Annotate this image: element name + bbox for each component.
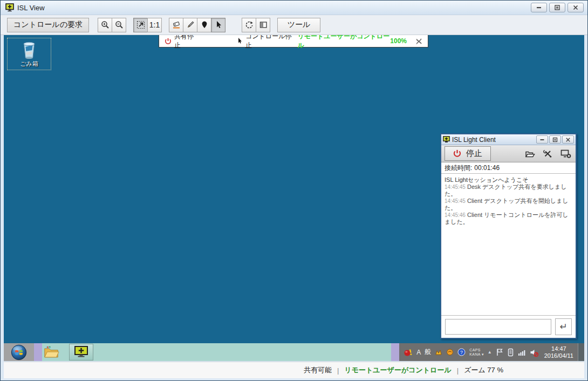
recycle-bin[interactable]: ごみ箱 xyxy=(7,38,51,70)
explorer-taskbar-button[interactable] xyxy=(43,345,59,359)
zoom-status: ズーム 77 % xyxy=(464,365,503,375)
tools-settings-button[interactable] xyxy=(543,149,552,158)
power-icon xyxy=(453,149,461,158)
remote-desktop[interactable]: 共有停止 コントロール停止 リモートユーザーがコントロール 100% ごみ箱 xyxy=(4,35,584,361)
cursor-icon xyxy=(214,21,223,29)
titlebar: ISL View xyxy=(1,1,587,15)
isl-tray-icon[interactable] xyxy=(404,348,413,357)
client-toolbar: 停止 xyxy=(441,145,576,162)
window-title: ISL View xyxy=(17,4,45,12)
taskbar-buttons xyxy=(42,343,391,361)
ime-input-mode[interactable]: A xyxy=(416,349,421,356)
zoom-in-icon xyxy=(101,21,110,29)
windows-start-icon xyxy=(11,344,27,360)
taskbar-divider xyxy=(391,343,399,361)
client-app-icon xyxy=(443,136,450,143)
zoom-out-icon xyxy=(115,21,124,29)
app-icon xyxy=(5,3,14,12)
power-icon xyxy=(165,38,172,45)
client-maximize-button[interactable] xyxy=(549,135,561,144)
one-to-one-button[interactable]: 1:1 xyxy=(147,18,162,32)
show-desktop-button[interactable] xyxy=(578,343,584,361)
enter-icon: ↵ xyxy=(559,321,567,332)
ime-conversion-mode[interactable]: 般 xyxy=(425,348,431,357)
log-line: 14:45:45Desk デスクトップ共有を要求しました。 xyxy=(445,183,572,198)
clock-time: 14:47 xyxy=(544,345,573,352)
client-titlebar: ISL Light Client xyxy=(441,134,576,145)
clock[interactable]: 14:47 2016/04/11 xyxy=(542,345,573,359)
fit-to-window-icon xyxy=(136,21,145,29)
folder-icon xyxy=(525,149,535,158)
minimize-button[interactable] xyxy=(531,3,547,12)
connection-time: 接続時間: 00:01:46 xyxy=(441,162,576,174)
recycle-bin-label: ごみ箱 xyxy=(20,60,38,68)
disconnect-monitor-icon xyxy=(560,149,571,158)
remote-control-status: リモートユーザーがコントロール xyxy=(297,35,390,50)
remote-control-status: リモートユーザーがコントロール xyxy=(344,365,451,375)
pencil-icon xyxy=(186,21,195,29)
ime-dictionary-icon[interactable] xyxy=(446,349,454,356)
isl-view-window: ISL View コントロールの要求 xyxy=(0,0,588,381)
client-window-title: ISL Light Client xyxy=(452,136,496,144)
log-line: ISL Lightセッションへようこそ xyxy=(445,176,572,183)
main-toolbar: コントロールの要求 1:1 xyxy=(1,15,587,35)
tools-button[interactable]: ツール xyxy=(277,18,320,32)
marker-pin-icon xyxy=(200,21,209,29)
monitor-select-button[interactable] xyxy=(256,18,270,32)
client-minimize-button[interactable] xyxy=(536,135,548,144)
zoom-in-button[interactable] xyxy=(98,18,112,32)
client-close-button[interactable] xyxy=(562,135,574,144)
device-icon[interactable] xyxy=(507,348,514,357)
volume-muted-icon[interactable] xyxy=(530,348,538,357)
eraser-button[interactable] xyxy=(169,18,183,32)
refresh-button[interactable] xyxy=(242,18,256,32)
cursor-button[interactable] xyxy=(211,18,225,32)
stop-sharing-button[interactable]: 共有停止 xyxy=(174,35,199,50)
explorer-folder-icon xyxy=(43,345,59,359)
isl-app-icon xyxy=(74,346,88,358)
zoom-level: 100% xyxy=(390,37,407,45)
pin-icon[interactable] xyxy=(415,38,422,45)
maximize-button[interactable] xyxy=(549,3,565,12)
tools-icon xyxy=(543,149,552,158)
fit-to-window-button[interactable] xyxy=(133,18,148,32)
chat-input[interactable] xyxy=(445,319,551,335)
keyboard-state-indicator[interactable]: CAPS KANA ▾ xyxy=(469,348,484,357)
start-button[interactable] xyxy=(4,343,34,361)
clock-date: 2016/04/11 xyxy=(544,352,573,359)
pencil-button[interactable] xyxy=(183,18,197,32)
send-button[interactable]: ↵ xyxy=(555,318,572,335)
marker-button[interactable] xyxy=(197,18,211,32)
kana-chevron-icon: ▾ xyxy=(482,352,484,356)
eraser-icon xyxy=(172,21,181,29)
system-tray: A 般 ? CAPS KANA ▾ ▲ xyxy=(399,343,578,361)
close-button[interactable] xyxy=(568,3,584,12)
ime-help-icon[interactable]: ? xyxy=(457,348,466,356)
monitor-icon xyxy=(259,21,268,29)
session-log: ISL Lightセッションへようこそ 14:45:45Desk デスクトップ共… xyxy=(441,174,576,315)
cursor-small-icon xyxy=(237,38,243,44)
remote-taskbar: A 般 ? CAPS KANA ▾ ▲ xyxy=(4,343,584,361)
isl-taskbar-button[interactable] xyxy=(69,344,93,360)
session-notification-bar: 共有停止 コントロール停止 リモートユーザーがコントロール 100% xyxy=(159,35,428,47)
isl-light-client-window: ISL Light Client 停止 xyxy=(440,133,577,339)
stop-session-button[interactable]: 停止 xyxy=(445,146,491,161)
chat-bar: ↵ xyxy=(441,315,576,338)
log-line: 14:45:46Client リモートコントロールを許可しました。 xyxy=(445,212,572,226)
refresh-icon xyxy=(245,21,254,29)
recycle-bin-icon xyxy=(21,40,37,59)
disconnect-button[interactable] xyxy=(560,149,571,158)
action-center-flag-icon[interactable] xyxy=(496,348,503,356)
log-line: 14:45:45Client デスクトップ共有を開始しました。 xyxy=(445,198,572,212)
tray-overflow-button[interactable]: ▲ xyxy=(488,350,492,355)
request-control-button[interactable]: コントロールの要求 xyxy=(7,18,89,32)
share-status: 共有可能 xyxy=(304,365,332,375)
file-transfer-button[interactable] xyxy=(525,149,535,158)
zoom-out-button[interactable] xyxy=(112,18,126,32)
stop-control-button[interactable]: コントロール停止 xyxy=(245,35,295,50)
network-signal-icon[interactable] xyxy=(518,349,526,356)
svg-text:?: ? xyxy=(460,350,463,355)
ime-pad-icon[interactable] xyxy=(435,349,442,356)
taskbar-divider xyxy=(34,343,42,361)
status-bar: 共有可能 | リモートユーザーがコントロール | ズーム 77 % xyxy=(4,362,584,378)
